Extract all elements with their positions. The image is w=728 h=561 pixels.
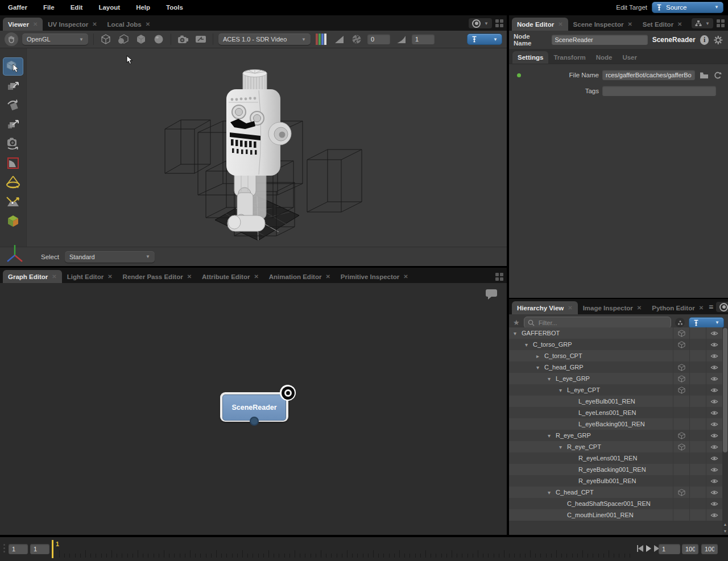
display-transform-dropdown[interactable]: ACES 1.0 - SDR Video ▼ bbox=[218, 34, 311, 45]
close-icon[interactable]: ✕ bbox=[637, 305, 642, 311]
row-expansion-cell[interactable] bbox=[673, 407, 689, 418]
timeline-ruler[interactable] bbox=[59, 540, 632, 558]
tab[interactable]: Set Editor ✕ bbox=[638, 18, 688, 31]
view-layers-button[interactable] bbox=[194, 33, 208, 45]
layout-grid-icon[interactable] bbox=[717, 19, 725, 27]
info-icon[interactable]: i bbox=[700, 35, 709, 45]
tags-input[interactable] bbox=[602, 86, 716, 96]
tab[interactable]: Image Inspector ✕ bbox=[578, 301, 647, 314]
scroll-down-icon[interactable]: ▼ bbox=[722, 528, 728, 535]
tab[interactable]: Animation Editor ✕ bbox=[264, 270, 336, 283]
table-row[interactable]: ▾ C_head_CPT bbox=[509, 487, 722, 498]
tab[interactable]: Light Editor ✕ bbox=[62, 270, 118, 283]
search-options-button[interactable] bbox=[675, 318, 685, 327]
range-end-input[interactable] bbox=[701, 544, 718, 554]
table-row[interactable]: L_eyeBacking001_REN bbox=[509, 418, 722, 430]
table-row[interactable]: C_headShaftSpacer001_REN bbox=[509, 498, 722, 509]
camera-tool-button[interactable] bbox=[3, 135, 23, 153]
exposure-input[interactable] bbox=[367, 34, 390, 44]
scrollbar-thumb[interactable] bbox=[723, 328, 727, 452]
menu-item[interactable]: Gaffer bbox=[0, 4, 35, 11]
gamma-button[interactable] bbox=[394, 33, 408, 45]
row-render-cell[interactable] bbox=[689, 396, 706, 407]
table-row[interactable]: ▾ L_eye_GRP bbox=[509, 373, 722, 384]
row-visibility-cell[interactable] bbox=[706, 339, 722, 350]
table-row[interactable]: ▾ R_eye_GRP bbox=[509, 430, 722, 441]
table-row[interactable]: R_eyeLens001_REN bbox=[509, 452, 722, 464]
row-render-cell[interactable] bbox=[689, 327, 706, 339]
scrollbar[interactable]: ▲ ▼ bbox=[722, 327, 728, 535]
close-icon[interactable]: ✕ bbox=[92, 21, 97, 27]
table-row[interactable]: R_eyeBacking001_REN bbox=[509, 464, 722, 475]
tab[interactable]: Python Editor ✕ bbox=[647, 301, 709, 314]
expand-arrow-icon[interactable]: ▾ bbox=[536, 364, 544, 371]
row-expansion-cell[interactable] bbox=[673, 327, 689, 339]
table-row[interactable]: ▾ GAFFERBOT bbox=[509, 327, 722, 339]
exposure-button[interactable] bbox=[332, 33, 346, 45]
tab[interactable]: Hierarchy View ✕ bbox=[512, 301, 578, 314]
close-icon[interactable]: ✕ bbox=[677, 21, 682, 27]
visualiser-tool-button[interactable] bbox=[3, 212, 23, 230]
close-icon[interactable]: ✕ bbox=[187, 273, 192, 280]
row-visibility-cell[interactable] bbox=[706, 487, 722, 498]
row-expansion-cell[interactable] bbox=[673, 498, 689, 509]
row-render-cell[interactable] bbox=[689, 441, 706, 452]
tab[interactable]: Scene Inspector ✕ bbox=[568, 18, 638, 31]
light-position-tool-button[interactable] bbox=[3, 193, 23, 211]
expand-arrow-icon[interactable]: ▾ bbox=[548, 376, 556, 382]
row-expansion-cell[interactable] bbox=[673, 475, 689, 487]
row-expansion-cell[interactable] bbox=[673, 464, 689, 475]
annotation-bubble-icon[interactable] bbox=[485, 289, 498, 300]
section-tab[interactable]: Settings bbox=[512, 51, 548, 64]
row-render-cell[interactable] bbox=[689, 350, 706, 361]
gamma-input[interactable] bbox=[412, 34, 435, 44]
selection-mode-dropdown[interactable]: Standard ▼ bbox=[65, 251, 155, 263]
menu-icon[interactable]: ≡ bbox=[709, 304, 713, 310]
row-visibility-cell[interactable] bbox=[706, 509, 722, 521]
row-visibility-cell[interactable] bbox=[706, 350, 722, 361]
graph-editor-canvas[interactable]: SceneReader bbox=[0, 283, 507, 535]
table-row[interactable]: L_eyeBulb001_REN bbox=[509, 396, 722, 407]
row-render-cell[interactable] bbox=[689, 407, 706, 418]
row-expansion-cell[interactable] bbox=[673, 509, 689, 521]
timeline-field-left-2[interactable] bbox=[30, 544, 49, 554]
row-visibility-cell[interactable] bbox=[706, 396, 722, 407]
row-visibility-cell[interactable] bbox=[706, 373, 722, 384]
expand-arrow-icon[interactable]: ▾ bbox=[514, 330, 522, 336]
expand-arrow-icon[interactable]: ▸ bbox=[536, 353, 544, 359]
menu-item[interactable]: File bbox=[35, 4, 63, 11]
row-visibility-cell[interactable] bbox=[706, 327, 722, 339]
table-row[interactable]: ▾ C_torso_GRP bbox=[509, 339, 722, 350]
row-render-cell[interactable] bbox=[689, 464, 706, 475]
layout-grid-icon[interactable] bbox=[495, 273, 503, 281]
timeline-field-left-1[interactable] bbox=[9, 544, 28, 554]
play-button[interactable] bbox=[646, 545, 651, 552]
row-expansion-cell[interactable] bbox=[673, 384, 689, 396]
node-name-input[interactable] bbox=[552, 35, 648, 45]
tab[interactable]: Render Pass Editor ✕ bbox=[118, 270, 197, 283]
aperture-button[interactable] bbox=[350, 33, 363, 45]
expand-arrow-icon[interactable]: ▾ bbox=[548, 433, 556, 439]
rotate-tool-button[interactable] bbox=[3, 96, 23, 114]
row-visibility-cell[interactable] bbox=[706, 384, 722, 396]
table-row[interactable]: C_mouthLiner001_REN bbox=[509, 509, 722, 521]
row-render-cell[interactable] bbox=[689, 452, 706, 464]
row-render-cell[interactable] bbox=[689, 361, 706, 373]
tab[interactable]: Attribute Editor ✕ bbox=[197, 270, 264, 283]
expand-arrow-icon[interactable]: ▾ bbox=[548, 489, 556, 496]
shaded-wireframe-button[interactable] bbox=[117, 33, 130, 45]
scale-tool-button[interactable] bbox=[3, 115, 23, 134]
camera-settings-button[interactable] bbox=[176, 33, 190, 45]
channel-select-button[interactable] bbox=[315, 33, 328, 45]
row-expansion-cell[interactable] bbox=[673, 339, 689, 350]
node-editor-follow-button[interactable]: ▼ bbox=[692, 18, 713, 28]
close-icon[interactable]: ✕ bbox=[52, 273, 56, 280]
close-icon[interactable]: ✕ bbox=[558, 21, 562, 27]
close-icon[interactable]: ✕ bbox=[146, 21, 150, 27]
row-render-cell[interactable] bbox=[689, 487, 706, 498]
section-tab[interactable]: Node bbox=[591, 51, 618, 64]
gear-icon[interactable] bbox=[713, 35, 723, 45]
node-output-port[interactable] bbox=[250, 417, 259, 426]
folder-browse-icon[interactable] bbox=[700, 72, 709, 79]
current-frame-input[interactable] bbox=[659, 544, 680, 554]
